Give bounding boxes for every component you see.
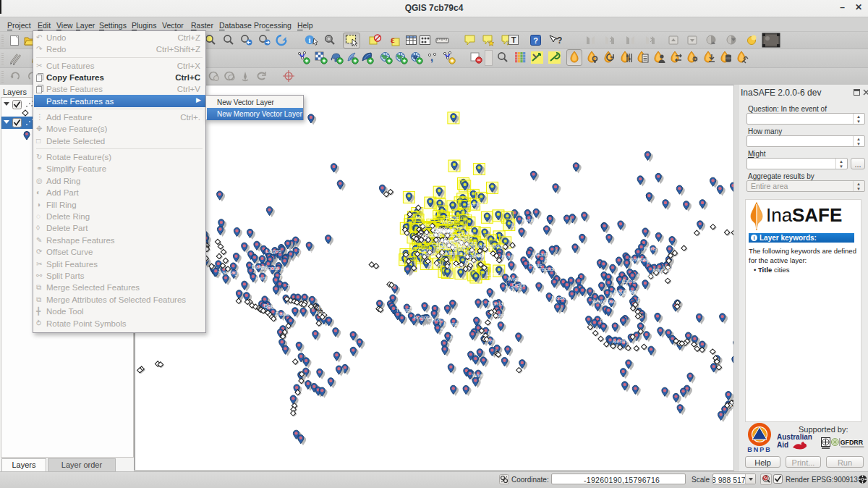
svg-text:Bern: Bern: [544, 257, 556, 264]
svg-text:Dakar: Dakar: [275, 311, 291, 317]
svg-text:i: i: [308, 35, 310, 44]
svg-text:Bogota: Bogota: [260, 265, 279, 272]
svg-text:Cairo: Cairo: [622, 278, 637, 285]
svg-text:Lagos: Lagos: [581, 279, 597, 286]
svg-text:Sofia: Sofia: [409, 306, 422, 312]
svg-text:Sofia: Sofia: [428, 261, 442, 268]
svg-text:Berlin: Berlin: [613, 338, 627, 345]
svg-text:Havana: Havana: [281, 266, 301, 273]
svg-text:Praha: Praha: [501, 253, 517, 260]
svg-text:Tunis: Tunis: [396, 307, 409, 314]
svg-text:?: ?: [533, 36, 538, 45]
svg-text:Tokyo: Tokyo: [298, 249, 313, 256]
svg-text:Santiago: Santiago: [483, 243, 506, 249]
svg-text:Praha: Praha: [637, 297, 653, 303]
svg-text:Madrid: Madrid: [637, 272, 654, 279]
svg-text:Paris: Paris: [644, 245, 657, 252]
svg-text:Kiev: Kiev: [647, 259, 658, 266]
svg-text:Lagos: Lagos: [511, 222, 527, 228]
svg-text:Tokyo: Tokyo: [287, 284, 302, 290]
svg-text:Aid: Aid: [777, 441, 788, 449]
svg-text:SAFE: SAFE: [792, 204, 842, 226]
svg-text:,: ,: [430, 51, 433, 63]
svg-text:Managua: Managua: [652, 267, 677, 274]
svg-text:Manila: Manila: [445, 250, 462, 256]
svg-text:Bangkok: Bangkok: [422, 251, 445, 257]
svg-text:Quito: Quito: [491, 312, 506, 319]
svg-text:BNPB: BNPB: [747, 446, 772, 453]
svg-text:Madrid: Madrid: [450, 335, 467, 341]
svg-text:Lima: Lima: [486, 271, 499, 277]
svg-text:Santiago: Santiago: [218, 269, 241, 276]
svg-text:Ina: Ina: [766, 204, 793, 226]
svg-text:Berlin: Berlin: [255, 275, 270, 282]
svg-text:T: T: [511, 35, 516, 44]
svg-text:Lagos: Lagos: [266, 248, 282, 254]
svg-text:Wien: Wien: [441, 219, 454, 225]
svg-text:Manila: Manila: [506, 285, 523, 291]
svg-text:Havana: Havana: [600, 318, 620, 324]
svg-text:Caracas: Caracas: [532, 266, 554, 272]
svg-text:Lima: Lima: [488, 329, 501, 336]
svg-text:GFDRR: GFDRR: [841, 439, 864, 446]
svg-text:Warszawa: Warszawa: [592, 298, 620, 305]
svg-text:Moskva: Moskva: [551, 295, 571, 301]
svg-text:Accra: Accra: [315, 309, 331, 316]
svg-text:Santiago: Santiago: [440, 327, 463, 333]
svg-text:Cairo: Cairo: [418, 222, 433, 228]
svg-text:Madrid: Madrid: [416, 214, 433, 221]
svg-text:?: ?: [557, 35, 562, 46]
svg-text:Santiago: Santiago: [467, 201, 490, 207]
svg-text:Oslo: Oslo: [465, 258, 477, 265]
svg-text:Australian: Australian: [777, 433, 812, 441]
svg-text:Paris: Paris: [279, 274, 292, 280]
svg-text:ε: ε: [391, 34, 395, 45]
svg-text:Bern: Bern: [422, 232, 435, 239]
svg-text:Nairobi: Nairobi: [609, 291, 628, 298]
svg-text:Paris: Paris: [486, 337, 499, 344]
svg-text:Roma: Roma: [488, 300, 503, 307]
svg-text:Oslo: Oslo: [266, 304, 278, 311]
svg-text:Accra: Accra: [448, 263, 464, 269]
svg-text:Wien: Wien: [472, 372, 485, 379]
svg-text:Lima: Lima: [466, 211, 479, 217]
